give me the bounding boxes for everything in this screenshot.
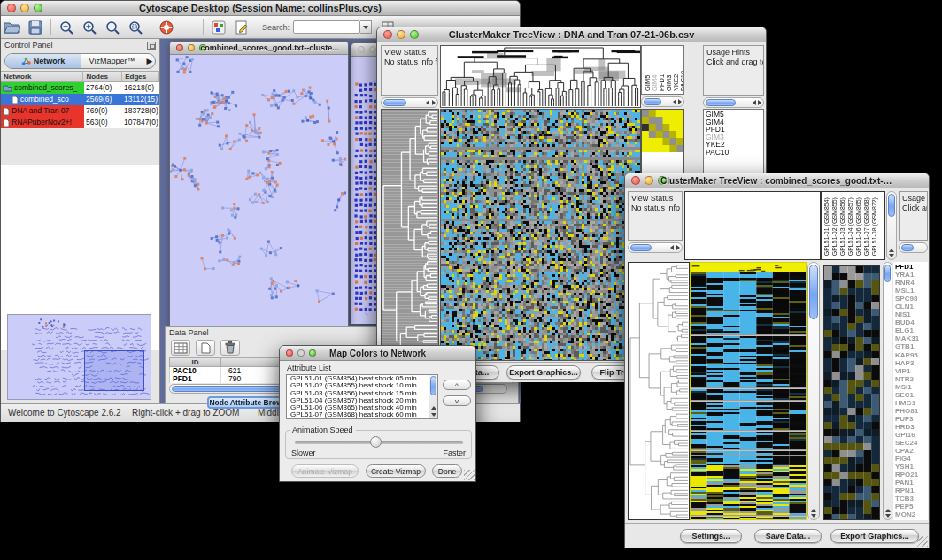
new-attribute-button[interactable] bbox=[196, 340, 215, 356]
move-up-button[interactable]: ^ bbox=[443, 380, 471, 390]
scrollbar-thumb[interactable] bbox=[644, 98, 661, 105]
animate-vizmap-button[interactable]: Animate Vizmap bbox=[291, 464, 359, 478]
minimize-button[interactable] bbox=[20, 4, 29, 12]
gene-label[interactable]: FIG4 bbox=[895, 455, 928, 463]
list-vscrollbar[interactable] bbox=[429, 375, 437, 418]
gene-label[interactable]: PEP5 bbox=[895, 502, 928, 510]
column-label[interactable]: GIM3 bbox=[665, 47, 672, 91]
gene-label[interactable]: PUF3 bbox=[895, 415, 928, 423]
column-label[interactable]: GIM5 bbox=[644, 47, 651, 91]
gene-label[interactable]: PAN1 bbox=[895, 479, 928, 487]
scroll-up-icon[interactable] bbox=[889, 249, 894, 252]
usage-hints-scrollbar[interactable] bbox=[703, 97, 764, 108]
column-label[interactable]: PFD1 bbox=[658, 47, 665, 91]
col-nodes[interactable]: Nodes bbox=[83, 72, 122, 81]
scroll-right-icon[interactable] bbox=[758, 100, 761, 105]
scroll-left-icon[interactable] bbox=[426, 100, 429, 105]
scroll-left-icon[interactable] bbox=[673, 99, 676, 104]
gene-label[interactable]: MAK31 bbox=[895, 334, 928, 342]
scroll-left-icon[interactable] bbox=[753, 100, 756, 105]
treeview2-button[interactable]: Settings... bbox=[680, 529, 742, 543]
main-titlebar[interactable]: Cytoscape Desktop (Session Name: collins… bbox=[1, 1, 520, 16]
scroll-right-icon[interactable] bbox=[676, 245, 680, 250]
scroll-left-icon[interactable] bbox=[670, 245, 674, 250]
gene-label[interactable]: PHO81 bbox=[895, 407, 928, 415]
column-label[interactable]: GPL51-03 (GSM856) bbox=[839, 193, 847, 256]
gene-label[interactable]: RNR4 bbox=[895, 279, 928, 287]
gene-label[interactable]: CLN1 bbox=[895, 303, 928, 311]
zoom-vscrollbar[interactable] bbox=[883, 262, 892, 520]
col-network[interactable]: Network bbox=[1, 72, 83, 81]
view-status-scrollbar[interactable] bbox=[381, 97, 438, 108]
column-label[interactable]: GPL51-01 (GSM854) bbox=[823, 193, 831, 256]
gene-label[interactable]: SEC24 bbox=[895, 439, 928, 447]
select-attributes-button[interactable] bbox=[171, 340, 190, 356]
gene-label[interactable]: KAP95 bbox=[895, 351, 928, 359]
gene-label[interactable]: HAP3 bbox=[895, 359, 928, 367]
close-button[interactable] bbox=[7, 4, 16, 12]
network-table-row[interactable]: RNAPuberNov2+! 563(0) 107847(0) bbox=[1, 117, 159, 128]
delete-attribute-button[interactable] bbox=[220, 340, 240, 356]
network-overview[interactable] bbox=[7, 314, 151, 400]
scroll-right-icon[interactable] bbox=[678, 99, 682, 104]
help-button[interactable] bbox=[155, 18, 178, 37]
overview-viewport-rect[interactable] bbox=[84, 350, 144, 391]
dialog-titlebar[interactable]: Map Colors to Network bbox=[280, 346, 475, 361]
open-file-button[interactable] bbox=[1, 18, 24, 37]
zoom-out-button[interactable] bbox=[55, 18, 78, 37]
minimize-button[interactable] bbox=[188, 44, 195, 51]
gene-label[interactable]: GPI16 bbox=[895, 431, 928, 439]
zoom-fit-button[interactable] bbox=[101, 18, 124, 37]
gene-label[interactable]: HMG1 bbox=[895, 399, 928, 407]
close-button[interactable] bbox=[383, 30, 392, 39]
column-dendrogram-canvas[interactable] bbox=[441, 46, 640, 107]
view-status-scrollbar[interactable] bbox=[628, 242, 683, 253]
zoom-heatmap-canvas[interactable] bbox=[824, 266, 879, 519]
gene-label[interactable]: BUD4 bbox=[895, 318, 928, 326]
search-dropdown-button[interactable] bbox=[360, 20, 372, 34]
gene-label[interactable]: RPN1 bbox=[895, 487, 928, 495]
gene-label[interactable]: MON2 bbox=[895, 510, 928, 518]
treeview1-titlebar[interactable]: ClusterMaker TreeView : DNA and Tran 07-… bbox=[377, 27, 766, 42]
column-label[interactable]: PAC10 bbox=[679, 47, 684, 91]
scroll-down-icon[interactable] bbox=[431, 413, 436, 417]
column-label[interactable]: GPL51-08 (GSM872) bbox=[871, 193, 879, 256]
heatmap-canvas[interactable] bbox=[441, 110, 640, 360]
gene-label[interactable]: PFD1 bbox=[895, 263, 928, 271]
column-label[interactable]: GPL51-07 (GSM868) bbox=[863, 193, 871, 256]
row-dendrogram-canvas[interactable] bbox=[382, 110, 438, 360]
gene-label[interactable]: ELG1 bbox=[895, 326, 928, 334]
column-dendrogram-area[interactable] bbox=[684, 191, 821, 260]
treeview2-button[interactable]: Export Graphics... bbox=[830, 529, 919, 543]
mini-heatmap-canvas[interactable] bbox=[642, 110, 683, 152]
minimize-button[interactable] bbox=[397, 30, 405, 39]
float-panel-icon[interactable] bbox=[147, 42, 156, 50]
col-id[interactable]: ID bbox=[170, 358, 221, 366]
scroll-down-icon[interactable] bbox=[885, 514, 891, 518]
scrollbar-thumb[interactable] bbox=[901, 244, 914, 251]
minimize-button[interactable] bbox=[297, 349, 305, 357]
gene-label[interactable]: TCB3 bbox=[895, 495, 928, 502]
scroll-up-icon[interactable] bbox=[431, 406, 436, 410]
gene-label[interactable]: MSI1 bbox=[895, 383, 928, 391]
minimize-button[interactable] bbox=[369, 46, 376, 53]
network1-titlebar[interactable]: combined_scores_good.txt--cluste... bbox=[170, 42, 348, 55]
search-input[interactable] bbox=[293, 20, 360, 34]
gene-label[interactable]: VIP1 bbox=[895, 367, 928, 375]
close-button[interactable] bbox=[286, 349, 293, 357]
save-button[interactable] bbox=[24, 18, 47, 37]
gene-label[interactable]: SPC98 bbox=[895, 295, 928, 303]
gene-label[interactable]: NIS1 bbox=[895, 311, 928, 318]
row-dendrogram-canvas[interactable] bbox=[629, 263, 689, 519]
column-label[interactable]: GIM4 bbox=[651, 47, 658, 91]
vizmapper-button[interactable] bbox=[207, 18, 230, 37]
annotation-button[interactable] bbox=[230, 18, 253, 37]
network-table-row[interactable]: combined_scores_ 2764(0) 16218(0) bbox=[1, 82, 159, 94]
tab-overflow-button[interactable]: ▶ bbox=[143, 54, 156, 68]
treeview2-button[interactable]: Save Data... bbox=[754, 529, 822, 543]
gene-label[interactable]: CPA2 bbox=[895, 447, 928, 455]
create-vizmap-button[interactable]: Create Vizmap bbox=[366, 464, 426, 478]
heatmap-vscrollbar[interactable] bbox=[807, 262, 820, 520]
gene-label[interactable]: PAC10 bbox=[706, 149, 763, 157]
scrollbar-thumb[interactable] bbox=[888, 194, 895, 217]
